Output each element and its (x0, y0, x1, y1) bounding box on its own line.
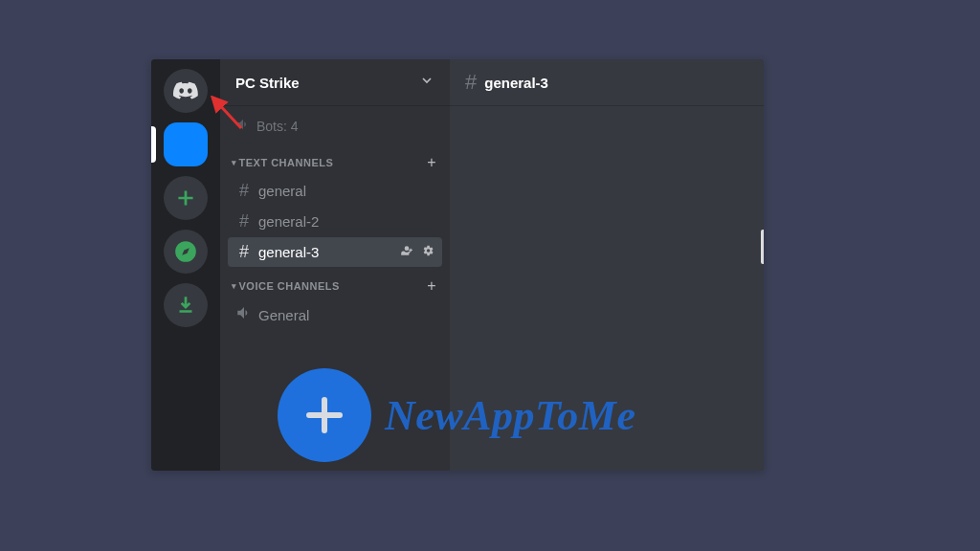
speaker-icon (235, 117, 251, 135)
message-area[interactable] (450, 105, 764, 471)
discord-window: PC Strike Bots: 4 ▾ TEXT CHANNELS + # (151, 59, 764, 471)
server-rail (151, 59, 220, 471)
channel-name: general (258, 183, 306, 199)
text-channel-general-3[interactable]: # general-3 (228, 237, 442, 267)
server-header[interactable]: PC Strike (220, 59, 450, 105)
server-icon-selected[interactable] (164, 122, 208, 166)
main-content: # general-3 (450, 59, 764, 471)
channel-name: general-3 (258, 244, 319, 260)
channel-name: General (258, 307, 309, 323)
explore-button[interactable] (164, 230, 208, 274)
chevron-down-icon: ▾ (232, 281, 237, 291)
chevron-down-icon: ▾ (232, 158, 237, 167)
discord-logo-icon (173, 78, 198, 103)
category-label: TEXT CHANNELS (239, 157, 334, 168)
hash-icon: # (235, 242, 253, 262)
chevron-down-icon (419, 73, 434, 92)
add-server-button[interactable] (164, 176, 208, 220)
text-channel-general-2[interactable]: # general-2 (228, 207, 442, 236)
category-label: VOICE CHANNELS (239, 280, 340, 292)
add-channel-button[interactable]: + (427, 154, 436, 171)
text-channel-general[interactable]: # general (228, 176, 442, 206)
voice-channels-category[interactable]: ▾ VOICE CHANNELS + (228, 268, 442, 298)
voice-channel-general[interactable]: General (228, 299, 442, 331)
plus-icon (173, 186, 198, 210)
server-name: PC Strike (235, 75, 300, 91)
channel-header: # general-3 (450, 59, 764, 105)
hash-icon: # (235, 211, 253, 231)
download-button[interactable] (164, 283, 208, 327)
channel-list: Bots: 4 ▾ TEXT CHANNELS + # general # ge… (220, 105, 450, 471)
hash-icon: # (465, 70, 477, 95)
bots-label: Bots: 4 (256, 119, 299, 134)
resize-handle[interactable] (761, 230, 764, 264)
gear-icon[interactable] (421, 244, 434, 260)
home-button[interactable] (164, 69, 208, 113)
speaker-icon (235, 304, 253, 326)
hash-icon: # (235, 181, 253, 201)
bots-voice-row[interactable]: Bots: 4 (228, 113, 442, 144)
download-icon (173, 293, 198, 318)
invite-icon[interactable] (400, 244, 413, 260)
channel-name: general-2 (258, 213, 319, 230)
text-channels-category[interactable]: ▾ TEXT CHANNELS + (228, 144, 442, 175)
channel-sidebar: PC Strike Bots: 4 ▾ TEXT CHANNELS + # (220, 59, 450, 471)
add-channel-button[interactable]: + (427, 277, 436, 295)
channel-title: general-3 (484, 75, 548, 91)
compass-icon (173, 239, 198, 264)
